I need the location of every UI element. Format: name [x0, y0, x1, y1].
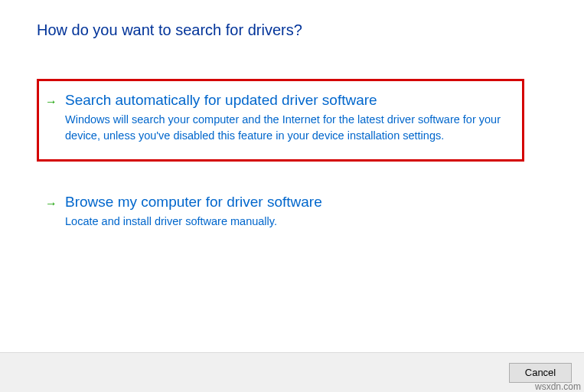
option-browse-description: Locate and install driver software manua…	[65, 214, 511, 230]
arrow-right-icon: →	[45, 197, 57, 211]
option-auto-title: Search automatically for updated driver …	[65, 92, 511, 109]
page-title: How do you want to search for drivers?	[37, 21, 547, 39]
dialog-footer: Cancel	[0, 352, 584, 392]
cancel-button[interactable]: Cancel	[509, 363, 572, 383]
arrow-right-icon: →	[45, 95, 57, 109]
option-browse-title: Browse my computer for driver software	[65, 194, 511, 211]
option-auto-description: Windows will search your computer and th…	[65, 112, 511, 144]
option-browse-computer[interactable]: → Browse my computer for driver software…	[39, 192, 522, 245]
option-search-automatically[interactable]: → Search automatically for updated drive…	[37, 79, 524, 162]
watermark: wsxdn.com	[535, 381, 581, 392]
